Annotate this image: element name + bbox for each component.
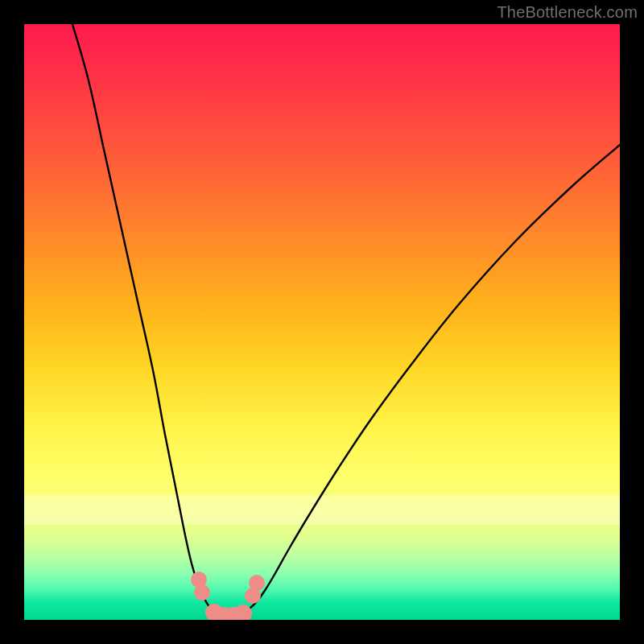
chart-markers <box>191 572 265 620</box>
watermark-text: TheBottleneck.com <box>497 3 638 22</box>
chart-area <box>24 24 620 620</box>
bottleneck-curve <box>72 24 620 617</box>
valley-marker <box>249 575 265 591</box>
valley-marker <box>194 584 210 601</box>
chart-svg <box>24 24 620 620</box>
chart-curves <box>72 24 620 617</box>
valley-marker <box>234 605 252 620</box>
